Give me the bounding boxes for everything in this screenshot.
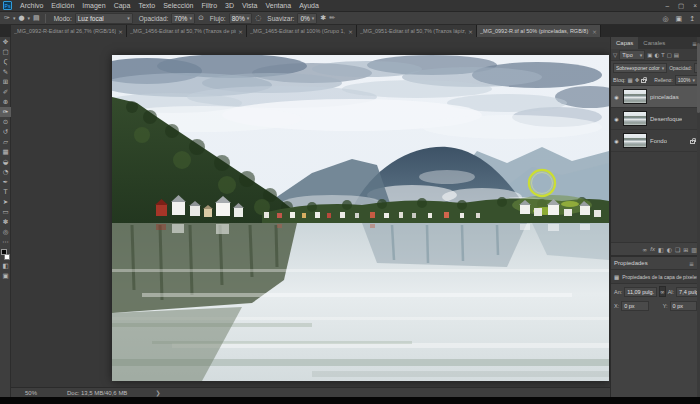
pressure-opacity-icon[interactable]: ⊙	[198, 14, 204, 22]
tool-shape[interactable]: ▭	[0, 207, 11, 217]
toggle-brush-panel-icon[interactable]: ▤	[33, 14, 40, 22]
group-layers-icon[interactable]: ❑	[675, 246, 680, 253]
link-dimensions-icon[interactable]: ∞	[659, 286, 666, 297]
status-chevron-icon[interactable]: ❯	[155, 389, 160, 396]
tool-path-selection[interactable]: ➤	[0, 197, 11, 207]
pressure-size-icon[interactable]: ✏	[329, 14, 335, 22]
tool-eyedropper[interactable]: ✐	[0, 87, 11, 97]
menu-texto[interactable]: Texto	[134, 2, 159, 9]
chevron-down-icon[interactable]: ▾	[28, 15, 31, 21]
tool-blur[interactable]: ◒	[0, 157, 11, 167]
filter-adjustment-icon[interactable]: ◐	[654, 52, 659, 58]
filter-funnel-icon[interactable]: ▽	[613, 52, 617, 58]
menu-archivo[interactable]: Archivo	[16, 2, 47, 9]
brush-tool-icon[interactable]: ✑	[4, 14, 10, 22]
tool-type[interactable]: T	[0, 187, 11, 197]
close-icon[interactable]: ×	[348, 28, 353, 35]
document-tab[interactable]: _MG_1456-Editar.tif al 50,7% (Trazos de …	[127, 25, 247, 37]
filter-type-layer-icon[interactable]: T	[661, 52, 664, 58]
layer-effects-icon[interactable]: fx	[650, 246, 655, 252]
filter-pixel-icon[interactable]: ▣	[647, 52, 652, 58]
tool-gradient[interactable]: ▦	[0, 147, 11, 157]
document-tab-active[interactable]: _MG_0992-R.tif al 50% (pinceladas, RGB/8…	[477, 25, 601, 37]
document-tab[interactable]: _MG_0992-R-Editar.tif al 26,7% (RGB/16) …	[11, 25, 127, 37]
lock-transparent-icon[interactable]: ▦	[628, 77, 633, 83]
menu-edicion[interactable]: Edición	[47, 2, 78, 9]
tool-edit-toolbar[interactable]: ⋯	[0, 237, 11, 247]
menu-ventana[interactable]: Ventana	[261, 2, 295, 9]
tab-canales[interactable]: Canales	[638, 37, 670, 49]
foreground-color-swatch[interactable]	[1, 249, 7, 255]
layer-thumbnail[interactable]	[623, 89, 647, 104]
eye-icon[interactable]: ◉	[613, 138, 620, 144]
smoothing-gear-icon[interactable]: ✱	[320, 14, 326, 22]
tool-clone-stamp[interactable]: ⊙	[0, 117, 11, 127]
search-icon[interactable]: ◎	[662, 15, 668, 23]
layer-row-desenfoque[interactable]: ◉ Desenfoque	[611, 108, 700, 130]
canvas-photo[interactable]	[112, 55, 609, 381]
zoom-level-field[interactable]: 50%	[11, 390, 43, 396]
layer-thumbnail[interactable]	[623, 133, 647, 148]
close-icon[interactable]: ×	[468, 28, 473, 35]
tool-move[interactable]: ✥	[0, 37, 11, 47]
width-field[interactable]: 11,09 pulg.	[624, 287, 657, 297]
color-swatches[interactable]	[0, 249, 11, 261]
link-layers-icon[interactable]: ∞	[642, 246, 647, 253]
filter-smart-object-icon[interactable]: ▤	[674, 52, 679, 58]
layer-thumbnail[interactable]	[623, 111, 647, 126]
layer-name[interactable]: Desenfoque	[650, 116, 682, 122]
maximize-button[interactable]: ▢	[678, 2, 684, 10]
eye-icon[interactable]: ◉	[613, 94, 620, 100]
share-icon[interactable]: ↥	[689, 15, 695, 23]
menu-capa[interactable]: Capa	[110, 2, 135, 9]
opacity-select[interactable]: 70% ▾	[171, 13, 195, 24]
layer-name[interactable]: pinceladas	[650, 94, 679, 100]
fill-select[interactable]: 100% ▾	[675, 75, 698, 85]
filter-type-select[interactable]: Tipo ▾	[619, 50, 645, 60]
airbrush-icon[interactable]: ◌	[255, 14, 261, 22]
tool-brush[interactable]: ✑	[0, 107, 11, 117]
tool-eraser[interactable]: ▱	[0, 137, 11, 147]
document-tab[interactable]: _MG_0951-Editar.tif al 50,7% (Trazos láp…	[357, 25, 477, 37]
menu-vista[interactable]: Vista	[238, 2, 261, 9]
lock-all-icon[interactable]	[641, 79, 646, 83]
blend-mode-select[interactable]: Luz focal ▾	[75, 13, 133, 24]
tool-marquee[interactable]: ▢	[0, 47, 11, 57]
adjustment-layer-icon[interactable]: ◐	[667, 246, 672, 253]
tool-hand[interactable]: ✽	[0, 217, 11, 227]
tool-lasso[interactable]: Ϛ	[0, 57, 11, 67]
layer-mask-icon[interactable]: ◧	[658, 246, 664, 253]
chevron-down-icon[interactable]: ▾	[13, 15, 16, 21]
document-tab[interactable]: _MG_1465-Editar.tif al 100% (Grupo 1, RG…	[247, 25, 357, 37]
close-icon[interactable]: ×	[238, 28, 243, 35]
tool-dodge[interactable]: ◔	[0, 167, 11, 177]
panel-menu-icon[interactable]: ≡	[689, 260, 694, 267]
quick-mask-icon[interactable]: ◧	[0, 261, 11, 271]
brush-preset-icon[interactable]: ●	[18, 14, 24, 22]
tool-quick-selection[interactable]: ✎	[0, 67, 11, 77]
close-button[interactable]: ×	[693, 2, 697, 9]
menu-ayuda[interactable]: Ayuda	[295, 2, 323, 9]
minimize-button[interactable]: –	[665, 2, 669, 9]
eye-icon[interactable]: ◉	[613, 116, 620, 122]
canvas-area[interactable]	[11, 37, 610, 387]
menu-filtro[interactable]: Filtro	[198, 2, 222, 9]
layer-row-pinceladas[interactable]: ◉ pinceladas	[611, 86, 700, 108]
menu-seleccion[interactable]: Selección	[159, 2, 197, 9]
menu-3d[interactable]: 3D	[221, 2, 238, 9]
workspace-icon[interactable]: ▣	[676, 15, 683, 23]
close-icon[interactable]: ×	[592, 28, 597, 35]
new-layer-icon[interactable]: ⊞	[683, 246, 688, 253]
tab-capas[interactable]: Capas	[611, 37, 638, 49]
y-field[interactable]: 0 px	[670, 301, 697, 311]
layer-blend-mode-select[interactable]: Sobreexponer color ▾	[613, 63, 667, 73]
layer-name[interactable]: Fondo	[650, 138, 667, 144]
menu-imagen[interactable]: Imagen	[78, 2, 109, 9]
tool-pen[interactable]: ✒	[0, 177, 11, 187]
tool-history-brush[interactable]: ↺	[0, 127, 11, 137]
lock-position-icon[interactable]: ✥	[635, 77, 640, 83]
layer-row-fondo[interactable]: ◉ Fondo	[611, 130, 700, 152]
x-field[interactable]: 0 px	[621, 301, 648, 311]
filter-shape-icon[interactable]: ▢	[667, 52, 672, 58]
flow-select[interactable]: 80% ▾	[229, 13, 253, 24]
